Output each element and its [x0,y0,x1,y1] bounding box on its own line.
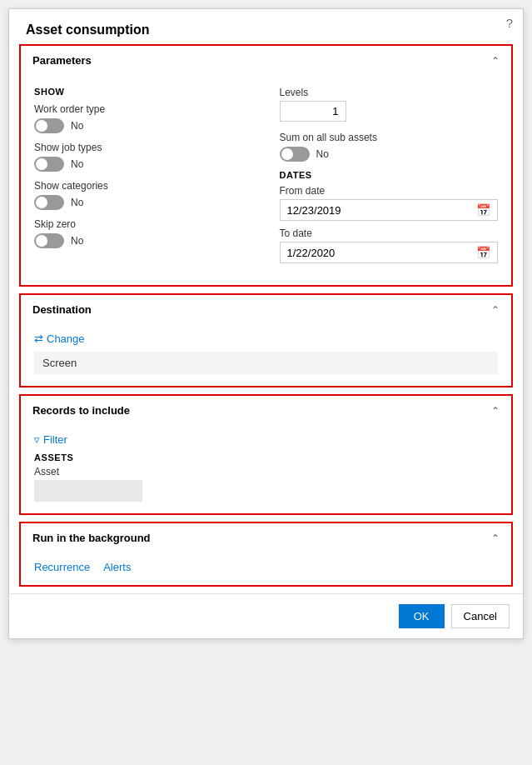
records-chevron-icon: ⌃ [491,405,500,417]
to-date-label: To date [280,228,499,239]
ok-button[interactable]: OK [399,604,445,628]
screen-value: Screen [34,352,498,374]
alerts-link[interactable]: Alerts [103,561,131,573]
from-date-calendar-icon[interactable]: 📅 [476,203,490,217]
parameters-section-header[interactable]: Parameters ⌃ [21,46,511,75]
show-job-types-row: No [34,157,266,172]
from-date-label: From date [280,185,499,197]
records-section-title: Records to include [32,404,130,417]
destination-chevron-icon: ⌃ [491,304,500,316]
run-background-section-title: Run in the background [32,532,151,544]
recurrence-link[interactable]: Recurrence [34,561,90,573]
bg-links: Recurrence Alerts [34,561,498,573]
change-link[interactable]: ⇄ Change [34,332,498,345]
levels-input[interactable] [280,101,346,122]
skip-zero-label: Skip zero [34,218,266,230]
work-order-type-toggle[interactable] [34,118,64,133]
records-section-header[interactable]: Records to include ⌃ [21,396,511,425]
work-order-type-label: Work order type [34,103,266,115]
dialog-title: Asset consumption [9,9,523,44]
run-background-chevron-icon: ⌃ [491,532,500,544]
skip-zero-row: No [34,233,266,248]
filter-link[interactable]: ▿ Filter [34,433,498,446]
dialog-footer: OK Cancel [9,593,523,638]
to-date-wrapper: 📅 [280,242,499,263]
parameters-section-content: SHOW Work order type No Show job types N… [21,75,511,285]
show-job-types-label: Show job types [34,142,266,153]
change-label: Change [47,332,85,345]
parameters-chevron-icon: ⌃ [491,55,500,67]
sum-sub-assets-row: No [280,147,499,162]
main-dialog: ? Asset consumption Parameters ⌃ SHOW Wo… [8,8,524,639]
show-categories-row: No [34,195,266,210]
asset-field-label: Asset [34,466,498,478]
from-date-input[interactable] [287,204,477,217]
to-date-input[interactable] [287,247,477,259]
filter-label: Filter [43,433,67,446]
dates-label: DATES [280,170,499,180]
destination-section-header[interactable]: Destination ⌃ [21,295,511,324]
show-job-types-toggle[interactable] [34,157,64,172]
show-label: SHOW [34,87,266,97]
change-arrows-icon: ⇄ [34,332,43,345]
cancel-button[interactable]: Cancel [451,604,510,628]
run-background-section-content: Recurrence Alerts [21,552,511,585]
levels-label: Levels [280,87,499,98]
destination-section: Destination ⌃ ⇄ Change Screen [19,293,513,388]
show-categories-value: No [71,197,83,208]
show-categories-toggle[interactable] [34,195,64,210]
destination-section-title: Destination [32,303,92,316]
show-categories-label: Show categories [34,180,266,192]
records-section: Records to include ⌃ ▿ Filter ASSETS Ass… [19,394,513,515]
assets-section-label: ASSETS [34,452,498,462]
params-right-inner: Levels Sum on all sub assets No DATES Fr… [266,87,499,263]
skip-zero-toggle[interactable] [34,233,64,248]
sum-sub-assets-toggle[interactable] [280,147,310,162]
show-job-types-value: No [71,158,83,170]
parameters-section-title: Parameters [32,54,92,67]
params-left: SHOW Work order type No Show job types N… [34,83,266,273]
run-background-section: Run in the background ⌃ Recurrence Alert… [19,522,513,587]
skip-zero-value: No [71,235,83,247]
to-date-calendar-icon[interactable]: 📅 [476,246,490,259]
destination-section-content: ⇄ Change Screen [21,324,511,386]
work-order-type-row: No [34,118,266,133]
parameters-section: Parameters ⌃ SHOW Work order type No Sho… [19,44,513,287]
filter-icon: ▿ [34,433,40,446]
sum-sub-assets-group: Sum on all sub assets No [280,132,499,162]
records-section-content: ▿ Filter ASSETS Asset [21,425,511,513]
from-date-wrapper: 📅 [280,199,499,221]
help-icon[interactable]: ? [506,16,513,30]
work-order-type-value: No [71,120,83,132]
params-right: Levels Sum on all sub assets No DATES Fr… [266,83,499,273]
params-grid: SHOW Work order type No Show job types N… [34,83,498,273]
sum-sub-assets-value: No [316,148,329,160]
sum-sub-assets-label: Sum on all sub assets [280,132,499,143]
asset-input[interactable] [34,480,142,502]
run-background-section-header[interactable]: Run in the background ⌃ [21,523,511,552]
